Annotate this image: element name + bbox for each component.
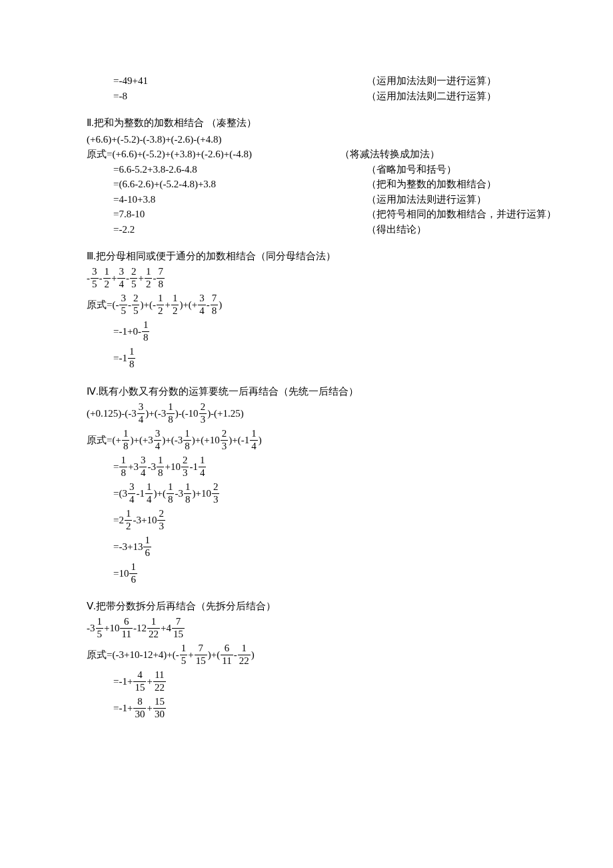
section-5-title: Ⅴ.把带分数拆分后再结合（先拆分后结合） <box>87 599 526 614</box>
step-expr: 原式=(+6.6)+(-5.2)+(+3.8)+(-2.6)+(-4.8) <box>87 147 340 162</box>
fraction: 34 <box>139 455 147 479</box>
fraction: 16 <box>143 535 151 559</box>
fraction: 34 <box>128 482 136 505</box>
section-3-problem: -35-12+34-25+12-78 <box>87 265 526 292</box>
fraction: 34 <box>117 267 125 290</box>
fraction: 18 <box>167 402 175 425</box>
fraction: 78 <box>211 293 219 317</box>
document-page: =-49+41 （运用加法法则一进行运算） =-8 （运用加法法则二进行运算） … <box>0 0 613 868</box>
step-note: （运用加法法则进行运算） <box>366 192 486 207</box>
section-4-step4: =212-3+1023 <box>87 507 526 533</box>
fraction: 18 <box>184 482 192 505</box>
section-4-step6: =1016 <box>87 560 526 587</box>
fraction: 34 <box>154 429 162 452</box>
fraction: 14 <box>250 429 258 452</box>
section-5-step3: =-1+830+1530 <box>87 695 526 722</box>
step-note: （运用加法法则二进行运算） <box>366 89 496 104</box>
fraction: 35 <box>91 267 99 290</box>
fraction: 23 <box>212 482 220 505</box>
step-note: （将减法转换成加法） <box>340 147 440 162</box>
fraction: 34 <box>137 402 145 425</box>
fraction: 12 <box>171 293 179 317</box>
fraction: 18 <box>157 455 165 479</box>
fraction: 18 <box>119 455 127 479</box>
fraction: 415 <box>133 670 146 693</box>
step-expr: =-2.2 <box>87 222 366 237</box>
step-note: （运用加法法则一进行运算） <box>366 73 496 89</box>
fraction: 12 <box>145 267 153 290</box>
section-5: Ⅴ.把带分数拆分后再结合（先拆分后结合） -315+10611-12122+47… <box>87 599 526 722</box>
section-4-problem: (+0.125)-(-334)+(-318)-(-1023)-(+1.25) <box>87 400 526 427</box>
fraction: 25 <box>130 267 138 290</box>
step-note: （把符号相同的加数相结合，并进行运算） <box>366 207 556 222</box>
fraction: 23 <box>157 509 165 532</box>
section-5-problem: -315+10611-12122+4715 <box>87 615 526 642</box>
fraction: 34 <box>198 293 206 317</box>
step-note: （得出结论） <box>366 222 426 237</box>
fraction: 122 <box>147 617 160 640</box>
section-3-step1: 原式 = (-35-25)+(-12+12)+(+34-78) <box>87 292 526 319</box>
fraction: 12 <box>157 293 165 317</box>
fraction: 15 <box>96 617 104 640</box>
fraction: 18 <box>122 429 130 452</box>
fraction: 15 <box>180 643 188 667</box>
step-note: （省略加号和括号） <box>366 162 456 177</box>
fraction: 78 <box>157 267 165 290</box>
section-2: Ⅱ.把和为整数的加数相结合 （凑整法） (+6.6)+(-5.2)-(-3.8)… <box>87 115 526 237</box>
fraction: 611 <box>120 617 132 640</box>
fraction: 14 <box>199 455 207 479</box>
section-3: Ⅲ.把分母相同或便于通分的加数相结合（同分母结合法） -35-12+34-25+… <box>87 249 526 372</box>
fraction: 1530 <box>153 697 166 720</box>
section-2-problem: (+6.6)+(-5.2)-(-3.8)+(-2.6)-(+4.8) <box>87 132 526 147</box>
step-note: （把和为整数的加数相结合） <box>366 177 496 192</box>
section-4-step2: =18+334-318+1023-114 <box>87 453 526 480</box>
fraction: 715 <box>172 617 185 640</box>
fraction: 14 <box>145 482 153 505</box>
fraction: 18 <box>167 482 175 505</box>
fraction: 12 <box>125 509 133 532</box>
fraction: 23 <box>181 455 189 479</box>
fraction: 611 <box>221 643 233 667</box>
fraction: 35 <box>119 293 127 317</box>
fraction: 830 <box>133 697 146 720</box>
section-4-step3: =(334-114)+(18-318)+1023 <box>87 480 526 507</box>
fraction: 12 <box>103 267 111 290</box>
section-3-step2: =-1+0- 18 <box>87 319 526 345</box>
fraction: 122 <box>238 643 251 667</box>
section-5-step2: =-1+415+1122 <box>87 669 526 695</box>
step-expr: =-49+41 <box>87 73 366 89</box>
section-4-step1: 原式=(+18)+(+334)+(-318)+(+1023)+(-114) <box>87 427 526 453</box>
fraction: 18 <box>183 429 191 452</box>
fraction: 1122 <box>153 670 166 693</box>
step-expr: =4-10+3.8 <box>87 192 366 207</box>
section-4-title: Ⅳ.既有小数又有分数的运算要统一后再结合（先统一后结合） <box>87 384 526 399</box>
fraction: 23 <box>221 429 229 452</box>
section-3-step3: =-1 18 <box>87 345 526 372</box>
section-5-step1: 原式=(-3+10-12+4)+(-15+715)+(611-122) <box>87 642 526 669</box>
step-expr: =(6.6-2.6)+(-5.2-4.8)+3.8 <box>87 177 366 192</box>
step-expr: =7.8-10 <box>87 207 366 222</box>
section-1-steps: =-49+41 （运用加法法则一进行运算） =-8 （运用加法法则二进行运算） <box>87 73 526 103</box>
step-expr: =-8 <box>87 89 366 104</box>
section-3-title: Ⅲ.把分母相同或便于通分的加数相结合（同分母结合法） <box>87 249 526 264</box>
fraction: 715 <box>195 643 207 667</box>
section-4: Ⅳ.既有小数又有分数的运算要统一后再结合（先统一后结合） (+0.125)-(-… <box>87 384 526 587</box>
step-expr: =6.6-5.2+3.8-2.6-4.8 <box>87 162 366 177</box>
fraction: 23 <box>199 402 207 425</box>
section-4-step5: =-3+1316 <box>87 533 526 560</box>
fraction: 16 <box>129 562 137 585</box>
fraction: 25 <box>132 293 140 317</box>
section-2-title: Ⅱ.把和为整数的加数相结合 （凑整法） <box>87 115 526 131</box>
